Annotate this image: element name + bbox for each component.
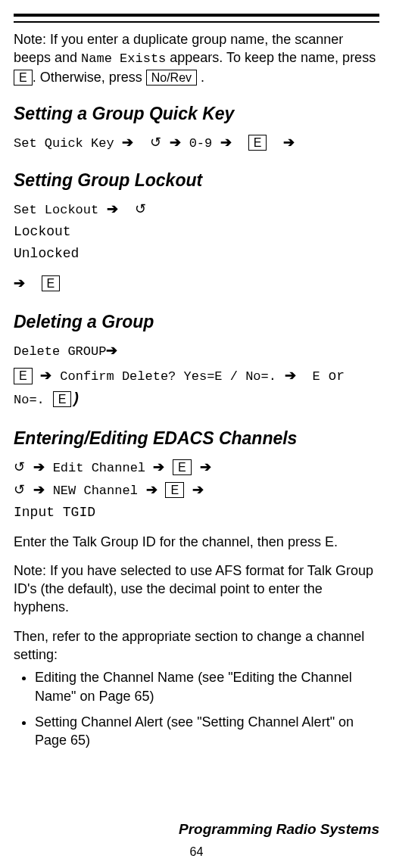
arrow-icon: ➔ [170,135,181,150]
bullet-edit-channel-name: Editing the Channel Name (see "Editing t… [35,668,379,705]
arrow-icon: ➔ [106,343,117,358]
seq-delete-line2: E ➔ Confirm Delete? Yes=E / No=. ➔ E or … [14,365,379,412]
arrow-icon: ➔ [192,482,204,497]
seq-edacs-line1: ↺ ➔ Edit Channel ➔ E ➔ [14,456,379,479]
heading-deleting-a-group: Deleting a Group [14,312,379,332]
dial-icon: ↺ [14,482,25,497]
seq-edacs-line2: ↺ ➔ NEW Channel ➔ E ➔ [14,479,379,502]
arrow-icon: ➔ [146,482,158,497]
seq3-e: E [312,369,320,384]
page: Note: If you enter a duplicate group nam… [0,0,393,868]
footer-title: Programming Radio Systems [179,821,379,838]
seq3-delete-group: Delete GROUP [14,344,106,359]
para-afs-note: Note: If you have selected to use AFS fo… [14,562,379,617]
seq3-or: or [328,369,345,384]
arrow-icon: ➔ [220,135,232,150]
key-e: E [248,135,267,151]
intro-paragraph: Note: If you enter a duplicate group nam… [14,30,379,87]
arrow-icon: ➔ [33,482,45,497]
top-rule-thick [14,14,379,17]
key-e: E [14,70,33,86]
intro-mid: appears. To keep the name, press [166,50,376,65]
key-e: E [173,459,192,475]
key-e: E [14,368,33,384]
seq-lockout-line4: ➔ E [14,272,379,295]
seq3-confirm: Confirm Delete? Yes=E / No=. [60,369,276,384]
arrow-icon: ➔ [107,201,118,216]
bullet-list: Editing the Channel Name (see "Editing t… [14,668,379,749]
arrow-icon: ➔ [14,275,25,291]
bullet-setting-channel-alert: Setting Channel Alert (see "Setting Chan… [35,713,379,750]
dial-icon: ↺ [135,201,146,216]
key-norev: No/Rev [146,70,197,86]
arrow-icon: ➔ [122,135,133,150]
seq-quick-key: Set Quick Key ➔ ↺ ➔ 0-9 ➔ E ➔ [14,132,379,154]
arrow-icon: ➔ [283,135,295,150]
arrow-icon: ➔ [33,459,45,474]
seq3-no: No=. [14,393,45,407]
seq1-set-quick-key: Set Quick Key [14,136,114,151]
seq4-input-tgid: Input TGID [14,502,379,524]
seq2-lockout: Lockout [14,221,379,243]
dial-icon: ↺ [150,135,161,150]
dial-icon: ↺ [14,459,25,474]
page-number: 64 [0,845,393,859]
arrow-icon: ➔ [200,459,211,474]
intro-name-exists: Name Exists [81,51,166,66]
intro-mid2: . Otherwise, press [33,70,146,85]
arrow-icon: ➔ [153,459,164,474]
para-refer: Then, refer to the appropriate section t… [14,627,379,664]
heading-entering-editing-edacs: Entering/Editing EDACS Channels [14,428,379,449]
seq-delete-line1: Delete GROUP➔ [14,340,379,362]
para-enter-tgid: Enter the Talk Group ID for the channel,… [14,533,379,551]
key-e: E [165,482,184,498]
key-e: E [53,391,72,407]
seq3-paren: ) [71,390,80,408]
heading-setting-group-quick-key: Setting a Group Quick Key [14,104,379,124]
seq1-0-9: 0-9 [189,136,213,151]
seq2-unlocked: Unlocked [14,243,379,265]
intro-post: . [197,70,204,85]
arrow-icon: ➔ [285,368,296,383]
key-e: E [42,275,61,291]
seq4-new-channel: NEW Channel [53,484,138,498]
seq2-set-lockout: Set Lockout [14,203,98,217]
arrow-icon: ➔ [40,368,51,383]
seq4-edit-channel: Edit Channel [53,461,154,475]
heading-setting-group-lockout: Setting Group Lockout [14,170,379,191]
top-rule-thin [14,21,379,23]
seq-lockout-line1: Set Lockout ➔ ↺ [14,198,379,221]
